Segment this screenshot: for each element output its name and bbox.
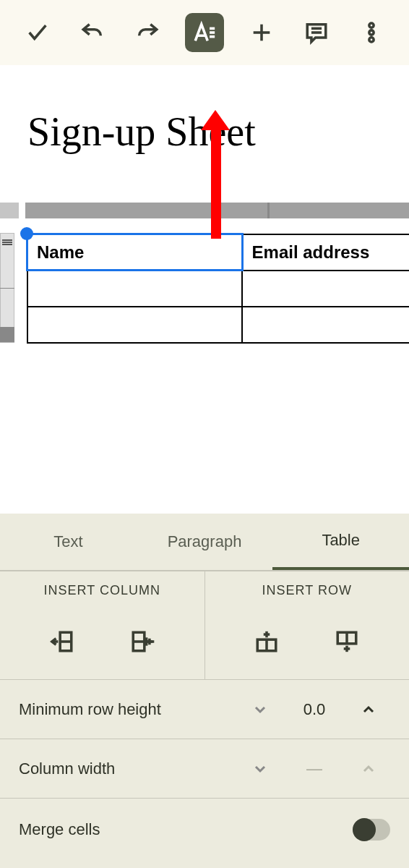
row-height-label: Minimum row height <box>19 700 238 719</box>
format-panel: Text Paragraph Table INSERT COLUMN INSER… <box>0 514 409 868</box>
row-height-value[interactable]: 0.0 <box>282 700 347 719</box>
insert-row-group: INSERT ROW <box>205 571 410 679</box>
format-button[interactable] <box>185 13 224 52</box>
toggle-knob <box>353 818 376 841</box>
top-toolbar <box>0 0 409 65</box>
tab-text[interactable]: Text <box>0 514 137 570</box>
cell-header-name[interactable]: Name <box>27 234 243 271</box>
row-height-decrement[interactable] <box>238 701 282 718</box>
merge-cells-toggle[interactable] <box>353 819 390 841</box>
comment-button[interactable] <box>299 15 334 50</box>
vertical-ruler[interactable] <box>0 233 14 343</box>
signup-table[interactable]: Name Email address <box>26 233 409 344</box>
svg-point-8 <box>369 30 374 35</box>
cell-empty[interactable] <box>27 307 243 343</box>
cell-empty[interactable] <box>242 307 409 343</box>
horizontal-ruler-corner <box>0 203 19 218</box>
table-row[interactable] <box>27 307 410 343</box>
table-row[interactable]: Name Email address <box>27 234 410 271</box>
merge-cells-label: Merge cells <box>19 820 353 839</box>
table-row[interactable] <box>27 271 410 307</box>
cell-empty[interactable] <box>27 271 243 307</box>
insert-button[interactable] <box>244 15 279 50</box>
row-height-increment[interactable] <box>347 701 390 718</box>
more-button[interactable] <box>354 15 389 50</box>
insert-column-label: INSERT COLUMN <box>0 571 204 603</box>
redo-button[interactable] <box>130 15 165 50</box>
insert-column-group: INSERT COLUMN <box>0 571 205 679</box>
column-width-setting: Column width — <box>0 739 409 799</box>
insert-row-label: INSERT ROW <box>205 571 410 603</box>
insert-row-above-button[interactable] <box>249 624 284 659</box>
insert-column-right-button[interactable] <box>125 624 160 659</box>
svg-point-9 <box>369 38 374 42</box>
format-tabs: Text Paragraph Table <box>0 514 409 571</box>
cell-header-email[interactable]: Email address <box>242 234 409 271</box>
column-width-decrement[interactable] <box>238 760 282 778</box>
column-width-value[interactable]: — <box>282 760 347 778</box>
tab-paragraph[interactable]: Paragraph <box>137 514 273 570</box>
row-height-setting: Minimum row height 0.0 <box>0 680 409 739</box>
horizontal-ruler-marker <box>267 203 270 218</box>
annotation-arrow <box>211 124 221 239</box>
insert-section: INSERT COLUMN INSERT ROW <box>0 571 409 680</box>
column-width-label: Column width <box>19 760 238 778</box>
undo-button[interactable] <box>75 15 110 50</box>
document-area[interactable]: Sign-up Sheet Name Email address <box>0 65 409 514</box>
insert-column-left-button[interactable] <box>45 624 79 659</box>
insert-row-below-button[interactable] <box>330 624 364 659</box>
column-width-increment[interactable] <box>347 760 390 778</box>
accept-button[interactable] <box>20 15 55 50</box>
merge-cells-setting: Merge cells <box>0 799 409 861</box>
svg-point-7 <box>369 23 374 27</box>
tab-table[interactable]: Table <box>272 514 409 570</box>
cell-empty[interactable] <box>242 271 409 307</box>
